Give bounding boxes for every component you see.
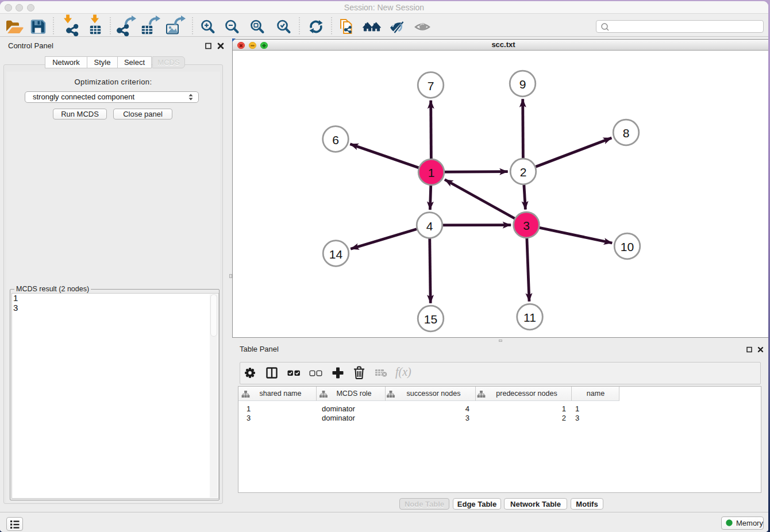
svg-text:9: 9 <box>519 78 526 91</box>
svg-text:3: 3 <box>523 219 530 232</box>
svg-text:1: 1 <box>428 166 435 179</box>
svg-text:10: 10 <box>621 240 634 253</box>
svg-text:6: 6 <box>332 133 339 147</box>
svg-text:15: 15 <box>424 313 437 326</box>
svg-text:2: 2 <box>520 165 527 179</box>
svg-text:4: 4 <box>426 219 433 233</box>
svg-text:7: 7 <box>428 79 434 92</box>
svg-text:11: 11 <box>523 311 536 324</box>
svg-text:14: 14 <box>329 248 343 261</box>
svg-text:8: 8 <box>623 126 630 140</box>
